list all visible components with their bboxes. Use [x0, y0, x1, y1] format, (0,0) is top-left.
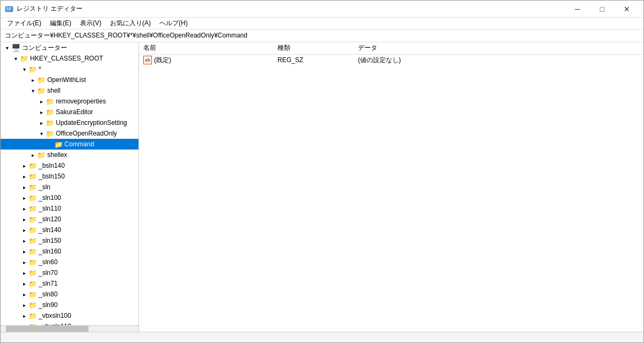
folder-icon-shell: 📁 [37, 86, 46, 95]
expand-sln80[interactable] [20, 290, 28, 299]
folder-icon-sln80: 📁 [28, 290, 37, 299]
tree-item-hkcr[interactable]: 📁 HKEY_CLASSES_ROOT [1, 53, 138, 64]
expand-updateenc[interactable] [37, 118, 46, 127]
tree-scrollbar-h[interactable] [1, 325, 138, 332]
tree-label-sln80: _sln80 [39, 290, 57, 298]
address-path: コンピューター¥HKEY_CLASSES_ROOT¥*¥shell¥Office… [3, 31, 250, 40]
entry-name: (既定) [154, 56, 171, 65]
svg-rect-2 [9, 8, 11, 8]
expand-computer[interactable] [3, 43, 11, 52]
tree-item-computer[interactable]: 🖥️ コンピューター [1, 42, 138, 53]
tree-item-shellex[interactable]: 📁 shellex [1, 150, 138, 160]
tree-label-hkcr: HKEY_CLASSES_ROOT [30, 55, 103, 62]
expand-vbxsln100[interactable] [20, 311, 28, 320]
expand-shellex[interactable] [28, 151, 37, 159]
tree-item-sln140[interactable]: 📁 _sln140 [1, 225, 138, 235]
expand-hkcr[interactable] [11, 54, 20, 63]
menu-file[interactable]: ファイル(E) [3, 18, 46, 29]
title-bar: レジストリ エディター ─ □ ✕ [1, 1, 643, 18]
tree-label-sln70: _sln70 [39, 269, 57, 277]
folder-icon-sln110: 📁 [28, 204, 37, 213]
folder-icon-removeprops: 📁 [46, 97, 54, 106]
expand-sln110[interactable] [20, 204, 28, 213]
expand-sln[interactable] [20, 183, 28, 191]
tree-panel[interactable]: 🖥️ コンピューター 📁 HKEY_CLASSES_ROOT 📁 * 📁 Ope… [1, 42, 139, 332]
title-bar-left: レジストリ エディター [5, 4, 83, 13]
tree-label-updateenc: UpdateEncryptionSetting [56, 119, 127, 126]
close-button[interactable]: ✕ [614, 1, 639, 18]
tree-label-sln100: _sln100 [39, 194, 61, 202]
folder-icon-sln90: 📁 [28, 301, 37, 309]
tree-item-sln80[interactable]: 📁 _sln80 [1, 289, 138, 300]
tree-item-bsln140[interactable]: 📁 _bsln140 [1, 160, 138, 171]
folder-icon-sln100: 📁 [28, 193, 37, 202]
detail-table: 名前 種類 データ ab (既定) REG_SZ [139, 42, 643, 66]
tree-label-bsln140: _bsln140 [39, 162, 65, 169]
tree-item-sln70[interactable]: 📁 _sln70 [1, 267, 138, 278]
tree-item-bsln150[interactable]: 📁 _bsln150 [1, 171, 138, 182]
menu-help[interactable]: ヘルプ(H) [155, 18, 192, 29]
folder-icon-bsln150: 📁 [28, 172, 37, 181]
folder-icon-sln140: 📁 [28, 226, 37, 234]
tree-label-openwithlist: OpenWithList [47, 76, 86, 84]
expand-sln140[interactable] [20, 226, 28, 234]
tree-item-sln90[interactable]: 📁 _sln90 [1, 300, 138, 310]
tree-label-computer: コンピューター [22, 43, 67, 53]
cell-data: (値の設定なし) [354, 54, 643, 66]
tree-item-command[interactable]: 📁 Command [1, 139, 138, 150]
tree-item-star[interactable]: 📁 * [1, 64, 138, 74]
tree-item-vbxsln100[interactable]: 📁 _vbxsln100 [1, 310, 138, 321]
expand-star[interactable] [20, 65, 28, 73]
col-header-data[interactable]: データ [354, 42, 643, 54]
tree-item-sakura[interactable]: 📁 SakuraEditor [1, 107, 138, 117]
tree-item-sln150[interactable]: 📁 _sln150 [1, 235, 138, 246]
expand-bsln150[interactable] [20, 172, 28, 181]
svg-rect-4 [6, 10, 11, 10]
tree-item-sln[interactable]: 📁 _sln [1, 182, 138, 192]
minimize-button[interactable]: ─ [565, 1, 590, 18]
tree-item-office[interactable]: 📁 OfficeOpenReadOnly [1, 128, 138, 139]
folder-icon-sln: 📁 [28, 183, 37, 191]
expand-sln90[interactable] [20, 301, 28, 309]
tree-item-removeprops[interactable]: 📁 removeproperties [1, 96, 138, 107]
reg-sz-icon: ab [143, 56, 152, 64]
expand-openwithlist[interactable] [28, 76, 37, 84]
expand-shell[interactable] [28, 86, 37, 95]
maximize-button[interactable]: □ [590, 1, 614, 18]
menu-view[interactable]: 表示(V) [76, 18, 106, 29]
tree-item-sln110[interactable]: 📁 _sln110 [1, 203, 138, 214]
menu-favorites[interactable]: お気に入り(A) [106, 18, 155, 29]
expand-sln70[interactable] [20, 269, 28, 277]
col-header-type[interactable]: 種類 [273, 42, 354, 54]
expand-sln60[interactable] [20, 258, 28, 266]
detail-panel: 名前 種類 データ ab (既定) REG_SZ [139, 42, 643, 332]
tree-item-sln160[interactable]: 📁 _sln160 [1, 246, 138, 257]
tree-item-sln71[interactable]: 📁 _sln71 [1, 278, 138, 289]
tree-item-shell[interactable]: 📁 shell [1, 85, 138, 96]
cell-type: REG_SZ [273, 54, 354, 66]
expand-sakura[interactable] [37, 108, 46, 116]
tree-label-sln: _sln [39, 183, 50, 191]
expand-removeprops[interactable] [37, 97, 46, 106]
expand-sln120[interactable] [20, 215, 28, 223]
col-header-name[interactable]: 名前 [139, 42, 273, 54]
menu-edit[interactable]: 編集(E) [46, 18, 76, 29]
expand-sln100[interactable] [20, 193, 28, 202]
tree-item-updateenc[interactable]: 📁 UpdateEncryptionSetting [1, 117, 138, 128]
tree-item-sln100[interactable]: 📁 _sln100 [1, 192, 138, 203]
expand-office[interactable] [37, 129, 46, 138]
folder-icon-sln70: 📁 [28, 269, 37, 277]
tree-item-openwithlist[interactable]: 📁 OpenWithList [1, 74, 138, 85]
tree-label-sln160: _sln160 [39, 248, 61, 255]
expand-sln160[interactable] [20, 247, 28, 256]
tree-label-office: OfficeOpenReadOnly [56, 130, 117, 137]
expand-sln71[interactable] [20, 279, 28, 288]
tree-item-sln60[interactable]: 📁 _sln60 [1, 257, 138, 267]
folder-icon-openwithlist: 📁 [37, 76, 46, 84]
table-row[interactable]: ab (既定) REG_SZ (値の設定なし) [139, 54, 643, 66]
folder-icon-command: 📁 [54, 140, 63, 148]
tree-item-sln120[interactable]: 📁 _sln120 [1, 214, 138, 225]
expand-bsln140[interactable] [20, 161, 28, 170]
expand-sln150[interactable] [20, 236, 28, 245]
folder-icon-sln160: 📁 [28, 247, 37, 256]
